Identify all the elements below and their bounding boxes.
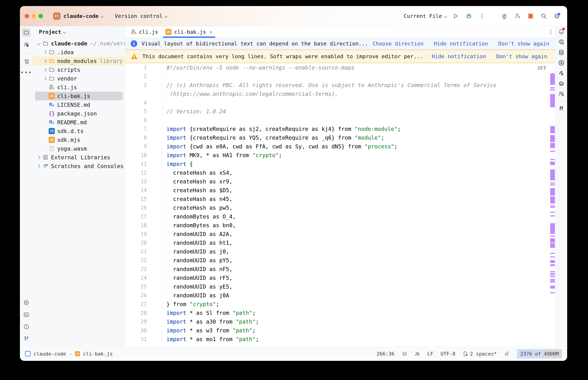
chevron-right-icon[interactable]: [43, 59, 46, 63]
terminal-tool-button[interactable]: [22, 310, 31, 319]
caret-position[interactable]: 266:36: [377, 351, 394, 357]
settings-button[interactable]: [553, 12, 561, 20]
more-actions-button[interactable]: [478, 12, 486, 20]
tree-item-external-libraries[interactable]: External Libraries: [33, 153, 125, 162]
change-marker[interactable]: [550, 196, 555, 204]
tree-item-sdk-mjs[interactable]: JSsdk.mjs: [33, 135, 125, 144]
change-marker[interactable]: [550, 264, 555, 266]
tree-item-yoga-wasm[interactable]: yoga.wasm: [33, 144, 125, 153]
run-configuration-select[interactable]: Current File: [404, 13, 442, 19]
change-marker[interactable]: [550, 184, 555, 186]
tab-options-button[interactable]: [550, 30, 551, 35]
readonly-toggle-button[interactable]: [504, 351, 510, 357]
tree-item-vendor[interactable]: vendor: [33, 74, 125, 83]
change-marker[interactable]: [550, 223, 555, 234]
search-everywhere-button[interactable]: [540, 12, 548, 20]
change-marker[interactable]: [550, 188, 555, 195]
change-marker[interactable]: [550, 260, 555, 263]
change-marker[interactable]: [550, 87, 555, 89]
copilot-tool-button[interactable]: [557, 79, 566, 88]
hide-notification-link[interactable]: Hide notification: [434, 40, 488, 47]
change-marker[interactable]: [550, 126, 555, 133]
tree-item-cli-js[interactable]: 10OJScli.js: [33, 83, 125, 92]
chevron-right-icon[interactable]: [43, 51, 46, 54]
pieces-tool-button[interactable]: [557, 69, 566, 77]
minimize-window-button[interactable]: [32, 14, 36, 18]
structure-tool-button[interactable]: [22, 57, 31, 66]
problems-tool-button[interactable]: [22, 322, 31, 331]
close-window-button[interactable]: [25, 14, 29, 18]
change-marker[interactable]: [550, 286, 555, 288]
tree-item--idea[interactable]: .idea: [33, 48, 125, 57]
tree-item-readme-md[interactable]: M↓README.md: [33, 118, 125, 127]
change-marker[interactable]: [550, 274, 555, 275]
chevron-right-icon[interactable]: [43, 77, 46, 80]
dont-show-again-link[interactable]: Don't show again: [496, 53, 547, 59]
choose-direction-link[interactable]: Choose direction: [373, 40, 424, 47]
copilot-status-button[interactable]: [402, 351, 407, 357]
change-marker[interactable]: [550, 135, 555, 142]
tab-cli-bak-js[interactable]: JS cli-bak.js ×: [162, 26, 216, 38]
tree-item-package-json[interactable]: {}package.json: [33, 109, 125, 118]
project-tool-button[interactable]: [22, 28, 31, 37]
database-tool-button[interactable]: [557, 48, 566, 57]
grazie-button[interactable]: @: [500, 12, 508, 20]
version-control-menu[interactable]: Version control: [115, 13, 163, 19]
notifications-tool-button[interactable]: [557, 27, 566, 36]
code-with-me-tool-button[interactable]: [557, 90, 566, 98]
code-editor[interactable]: 1#!/usr/bin/env -S node --no-warnings --…: [125, 63, 555, 346]
chevron-right-icon[interactable]: [37, 164, 40, 168]
dont-show-again-link[interactable]: Don't show again: [498, 40, 549, 47]
tree-item-scratches-and-consoles[interactable]: Scratches and Consoles: [33, 162, 125, 171]
change-marker[interactable]: [550, 271, 555, 272]
indent-widget[interactable]: 2 spaces*: [463, 351, 497, 357]
project-name-menu[interactable]: claude-code: [63, 13, 99, 19]
ai-chat-tool-button[interactable]: [557, 38, 566, 46]
services-tool-button[interactable]: [22, 298, 31, 307]
change-marker[interactable]: [550, 151, 555, 152]
project-panel-header[interactable]: Project: [33, 26, 125, 38]
change-marker[interactable]: [550, 89, 555, 91]
ai-edit-disabled-button[interactable]: [415, 351, 420, 357]
version-control-tool-button[interactable]: [22, 334, 31, 343]
ai-assistant-button[interactable]: [527, 12, 535, 20]
change-marker[interactable]: [550, 159, 555, 160]
breadcrumb-file[interactable]: cli-bak.js: [83, 351, 113, 357]
change-marker[interactable]: [550, 169, 555, 180]
encoding-widget[interactable]: UTF-8: [441, 351, 455, 357]
change-marker[interactable]: [550, 256, 555, 258]
hide-notification-link[interactable]: Hide notification: [432, 53, 486, 59]
more-tool-windows-button[interactable]: •••: [20, 69, 32, 76]
maximize-window-button[interactable]: [39, 14, 43, 18]
change-marker[interactable]: [550, 94, 555, 107]
tree-item-cli-bak-js[interactable]: JScli-bak.js: [35, 92, 123, 100]
change-marker[interactable]: [550, 253, 555, 254]
maven-tool-button[interactable]: M: [557, 104, 566, 113]
chevron-right-icon[interactable]: [43, 68, 46, 71]
tree-item-claude-code[interactable]: claude-code~/.nvm/vers: [33, 39, 125, 48]
change-marker[interactable]: [550, 279, 555, 280]
pull-requests-tool-button[interactable]: ?: [22, 40, 31, 49]
change-marker[interactable]: [550, 292, 555, 293]
tree-item-license-md[interactable]: M↓LICENSE.md: [33, 100, 125, 109]
change-marker[interactable]: [550, 276, 555, 277]
code-with-me-button[interactable]: [513, 12, 522, 20]
change-marker[interactable]: [550, 238, 555, 243]
tree-item-sdk-d-ts[interactable]: TSsdk.d.ts: [33, 127, 125, 135]
run-button[interactable]: [452, 12, 460, 20]
close-tab-icon[interactable]: ×: [209, 29, 213, 35]
change-marker[interactable]: [550, 205, 555, 207]
debug-button[interactable]: [465, 12, 473, 20]
breadcrumb-project[interactable]: claude-code: [33, 351, 66, 357]
memory-indicator[interactable]: 2376 of 4900M: [517, 349, 562, 359]
change-marker[interactable]: [550, 143, 555, 148]
change-marker[interactable]: [550, 74, 555, 85]
tree-item-node-modules[interactable]: node_moduleslibrary: [33, 57, 125, 65]
change-marker[interactable]: [550, 273, 555, 274]
line-separator-widget[interactable]: LF: [427, 351, 433, 357]
tree-item-scripts[interactable]: scripts: [33, 65, 125, 74]
change-marker[interactable]: [550, 207, 555, 208]
change-marker[interactable]: [550, 212, 555, 213]
change-marker[interactable]: [550, 162, 555, 165]
change-marker[interactable]: [550, 236, 555, 237]
